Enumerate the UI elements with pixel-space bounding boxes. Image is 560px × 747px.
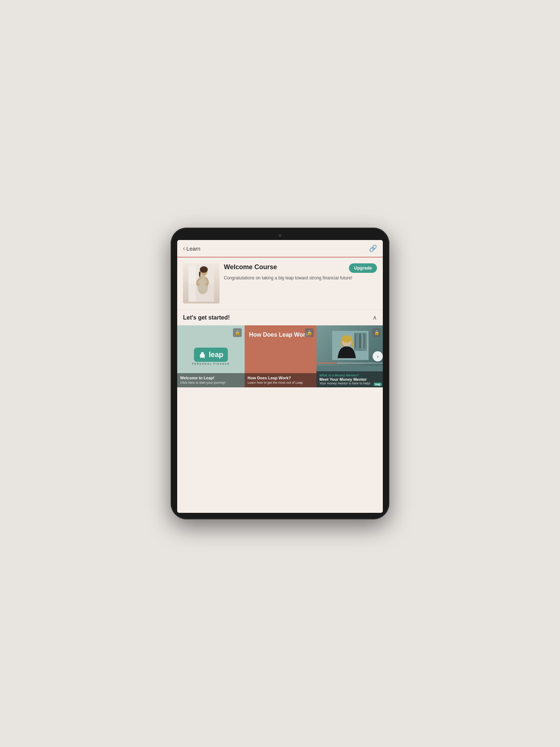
video-progress-bar (316, 363, 383, 364)
card-2-caption-subtitle: Learn how to get the most out of Leap (248, 381, 314, 385)
card-welcome-to-leap[interactable]: leap PERSONAL FINANCE 🔒 Welcome to Leap!… (177, 325, 245, 387)
svg-rect-14 (355, 334, 356, 348)
section-header: Let's get started! ∧ (177, 309, 383, 325)
content-area: Welcome Course Upgrade Congratulations o… (177, 258, 383, 513)
video-progress-fill (316, 363, 337, 364)
leap-mini-logo: leap (374, 383, 382, 386)
section-title: Let's get started! (183, 314, 230, 321)
svg-rect-16 (359, 334, 361, 348)
svg-point-6 (205, 283, 208, 286)
card-1-caption-subtitle: Click here to start your journey! (180, 381, 242, 385)
lock-icon-card-2: 🔒 (305, 328, 314, 337)
share-link-icon[interactable]: 🔗 (369, 244, 377, 252)
pregnant-woman-illustration (188, 265, 214, 302)
hero-title-row: Welcome Course Upgrade (224, 263, 377, 273)
leap-logo-box: leap (194, 348, 228, 362)
card-how-does-leap-work[interactable]: How Does Leap Work? 🔒 How Does Leap Work… (245, 325, 316, 387)
hero-image (183, 263, 219, 303)
leap-tagline: PERSONAL FINANCE (192, 363, 230, 365)
svg-point-20 (341, 335, 352, 342)
card-3-subtitle-label: What is a Money Mentor? (319, 374, 381, 377)
svg-rect-15 (357, 334, 358, 348)
hero-title: Welcome Course (224, 263, 277, 271)
hero-content: Welcome Course Upgrade Congratulations o… (224, 263, 377, 281)
svg-point-9 (201, 352, 204, 355)
carousel-next-button[interactable]: › (373, 351, 383, 361)
carousel-container: leap PERSONAL FINANCE 🔒 Welcome to Leap!… (177, 325, 383, 387)
kangaroo-icon (198, 351, 206, 359)
card-3-caption-title: Meet Your Money Mentor (319, 377, 381, 382)
svg-point-3 (200, 266, 208, 273)
cards-carousel: leap PERSONAL FINANCE 🔒 Welcome to Leap!… (177, 325, 383, 387)
card-1-caption: Welcome to Leap! Click here to start you… (177, 373, 245, 387)
hero-subtitle: Congratulations on taking a big leap tow… (224, 275, 377, 281)
tablet-frame: ‹ Learn 🔗 (171, 228, 389, 519)
back-icon: ‹ (183, 245, 185, 252)
lock-icon-card-1: 🔒 (233, 328, 242, 337)
leap-logo-area: leap PERSONAL FINANCE (192, 336, 230, 377)
svg-rect-18 (363, 334, 365, 348)
collapse-icon[interactable]: ∧ (373, 314, 377, 321)
svg-point-5 (197, 283, 199, 286)
hero-image-person (183, 263, 219, 303)
mentor-video-person (332, 331, 369, 360)
svg-rect-7 (188, 265, 196, 302)
card-3-caption-desc: Your money mentor is here to help! (319, 382, 381, 385)
front-camera (279, 234, 281, 237)
upgrade-button[interactable]: Upgrade (349, 263, 377, 273)
back-button[interactable]: ‹ Learn (183, 245, 201, 252)
hero-section: Welcome Course Upgrade Congratulations o… (177, 258, 383, 309)
card-3-caption: What is a Money Mentor? Meet Your Money … (316, 371, 383, 387)
svg-rect-17 (362, 334, 363, 348)
chevron-right-icon: › (377, 353, 379, 359)
card-2-main-title: How Does Leap Work? (249, 331, 312, 339)
card-1-caption-title: Welcome to Leap! (180, 375, 242, 380)
lock-icon-card-3: 🔒 (372, 328, 381, 337)
nav-bar: ‹ Learn 🔗 (177, 240, 383, 258)
screen: ‹ Learn 🔗 (177, 240, 383, 513)
nav-title: Learn (186, 245, 200, 252)
leap-logo-text: leap (209, 351, 223, 359)
card-2-caption-title: How Does Leap Work? (248, 375, 314, 380)
svg-point-10 (202, 353, 202, 353)
card-2-caption: How Does Leap Work? Learn how to get the… (245, 373, 316, 387)
